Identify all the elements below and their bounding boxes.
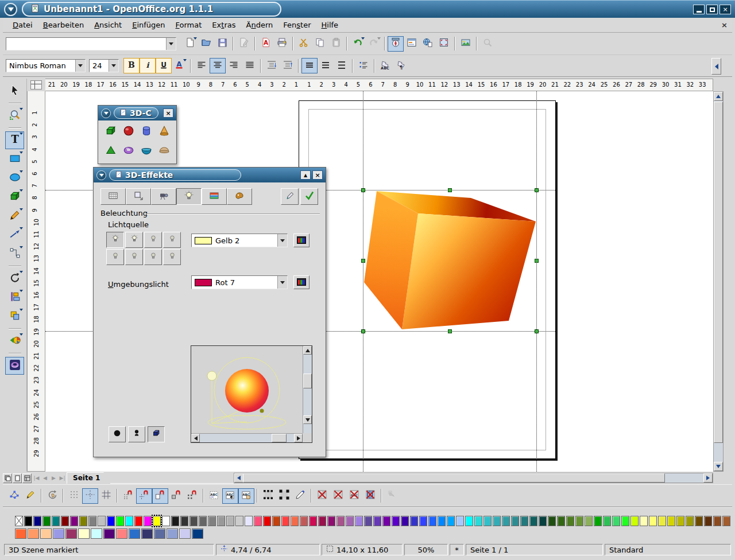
selection-handle[interactable]	[448, 188, 452, 192]
vertical-ruler[interactable]: 1234567891011121314151617181920212223242…	[27, 91, 45, 472]
color-swatch[interactable]	[309, 516, 317, 526]
color-swatch[interactable]	[529, 516, 537, 526]
show-guides-button[interactable]	[82, 488, 98, 504]
selection-handle[interactable]	[535, 188, 539, 192]
color-swatch[interactable]	[419, 516, 427, 526]
window-menu-button[interactable]	[96, 170, 106, 180]
simple-handles-button[interactable]	[260, 488, 276, 504]
menu-extras[interactable]: Extras	[207, 21, 241, 29]
color-swatch[interactable]	[548, 516, 556, 526]
cube-3d-button[interactable]	[102, 123, 119, 141]
print-button[interactable]	[274, 36, 290, 52]
color-swatch[interactable]	[254, 516, 262, 526]
scroll-right-button[interactable]	[294, 434, 303, 442]
selection-handle[interactable]	[361, 259, 365, 263]
color-swatch[interactable]	[179, 528, 191, 539]
character-dialog-button[interactable]: ABC	[377, 58, 393, 73]
spacing-decrease-button[interactable]	[280, 58, 296, 73]
zoom-button[interactable]	[436, 36, 452, 52]
color-swatch[interactable]	[722, 516, 730, 526]
scroll-up-button[interactable]	[714, 92, 723, 101]
color-swatch[interactable]	[153, 516, 161, 526]
cone-3d-button[interactable]	[156, 123, 173, 141]
align-center-button[interactable]	[210, 58, 226, 73]
scroll-left-button[interactable]	[234, 473, 243, 483]
shell-3d-button[interactable]	[138, 143, 155, 160]
menu-aendern[interactable]: Ändern	[241, 21, 278, 29]
font-name-combobox[interactable]: Nimbus Roman	[6, 59, 86, 72]
controller-3d-button[interactable]	[5, 357, 24, 375]
snap-guides-button[interactable]	[136, 488, 152, 504]
objects3d-palette-titlebar[interactable]: 3D-C ×	[98, 106, 176, 120]
close-palette-button[interactable]: ×	[163, 108, 173, 118]
font-color-button[interactable]: A	[172, 58, 188, 73]
redo-button[interactable]	[366, 36, 382, 52]
preview-cube-button[interactable]	[148, 426, 165, 442]
color-swatch[interactable]	[438, 516, 446, 526]
color-swatch[interactable]	[704, 516, 712, 526]
glue-points-button[interactable]	[22, 488, 38, 504]
line-spacing-1-button[interactable]	[301, 58, 318, 73]
color-swatch[interactable]	[640, 516, 648, 526]
light-source-3-button[interactable]	[144, 232, 162, 248]
select-tool[interactable]	[5, 82, 24, 100]
light-source-2-button[interactable]	[125, 232, 143, 248]
color-swatch[interactable]	[28, 528, 39, 539]
color-swatch[interactable]	[226, 516, 234, 526]
alignment-tool[interactable]	[5, 289, 24, 306]
light-source-8-button[interactable]	[163, 249, 181, 265]
color-swatch[interactable]	[401, 516, 409, 526]
lines-arrows-tool[interactable]	[5, 226, 24, 244]
color-swatch[interactable]	[116, 528, 127, 539]
color-swatch[interactable]	[493, 516, 501, 526]
color-swatch[interactable]	[575, 516, 583, 526]
color-swatch[interactable]	[649, 516, 657, 526]
light-color-picker-button[interactable]	[293, 234, 310, 247]
stylist-button[interactable]	[404, 36, 420, 52]
light-source-7-button[interactable]	[144, 249, 162, 265]
preview-lamp-button[interactable]	[128, 426, 145, 442]
shading-tab[interactable]	[151, 188, 176, 205]
color-swatch[interactable]	[52, 516, 60, 526]
ambient-color-combobox[interactable]: Rot 7	[191, 275, 288, 289]
color-swatch[interactable]	[53, 528, 64, 539]
color-swatch[interactable]	[667, 516, 675, 526]
color-swatch[interactable]	[291, 516, 299, 526]
material-tab[interactable]	[227, 188, 252, 205]
menu-datei[interactable]: Datei	[7, 21, 38, 29]
window-menu-button[interactable]	[4, 3, 17, 16]
color-swatch[interactable]	[263, 516, 271, 526]
selection-handle[interactable]	[361, 188, 365, 192]
layer-view-mode-1-button[interactable]	[3, 473, 12, 483]
preview-vertical-scrollbar[interactable]	[303, 346, 312, 433]
menu-hilfe[interactable]: Hilfe	[316, 21, 343, 29]
half-sphere-3d-button[interactable]	[156, 143, 173, 160]
snap-frame-button[interactable]	[168, 488, 184, 504]
undo-button[interactable]	[350, 36, 366, 52]
color-swatch[interactable]	[686, 516, 694, 526]
minimize-button[interactable]	[693, 5, 705, 14]
color-swatch[interactable]	[585, 516, 593, 526]
color-swatch[interactable]	[208, 516, 216, 526]
color-swatch[interactable]	[65, 528, 77, 539]
pyramid-3d-button[interactable]	[102, 143, 119, 160]
color-swatch[interactable]	[695, 516, 703, 526]
selection-handle[interactable]	[535, 259, 539, 263]
paragraph-dialog-button[interactable]: ¶	[393, 58, 409, 73]
light-preview[interactable]	[191, 346, 303, 433]
light-source-6-button[interactable]	[125, 249, 143, 265]
vertical-scrollbar-thumb[interactable]	[714, 102, 723, 443]
selection-handle[interactable]	[361, 329, 365, 333]
color-swatch[interactable]	[539, 516, 547, 526]
light-source-1-button[interactable]	[106, 232, 124, 248]
assign-colors-button[interactable]	[281, 188, 299, 205]
snap-points-button[interactable]	[184, 488, 200, 504]
scroll-left-button[interactable]	[191, 434, 200, 442]
menu-fenster[interactable]: Fenster	[278, 21, 316, 29]
connector-tool[interactable]	[5, 245, 24, 263]
menu-bearbeiten[interactable]: Bearbeiten	[38, 21, 89, 29]
color-swatch[interactable]	[79, 516, 87, 526]
url-dropdown-button[interactable]	[166, 38, 176, 50]
open-button[interactable]	[198, 36, 214, 52]
color-swatch[interactable]	[33, 516, 41, 526]
